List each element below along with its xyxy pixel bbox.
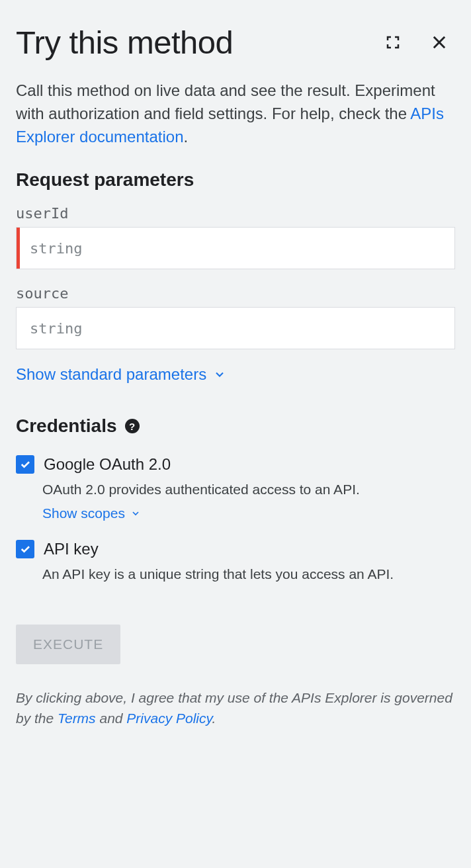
userId-input[interactable] — [17, 228, 454, 269]
show-scopes-label: Show scopes — [42, 505, 125, 521]
cred-apikey: API key An API key is a unique string th… — [16, 540, 455, 582]
userId-label: userId — [16, 205, 455, 222]
cred-apikey-row: API key — [16, 540, 455, 558]
execute-button[interactable]: EXECUTE — [16, 625, 120, 664]
oauth-checkbox[interactable] — [16, 455, 34, 474]
source-label: source — [16, 285, 455, 302]
page-title: Try this method — [16, 24, 233, 61]
show-scopes[interactable]: Show scopes — [42, 505, 455, 521]
field-userId: userId — [16, 205, 455, 269]
header: Try this method — [16, 24, 455, 61]
fullscreen-icon — [385, 34, 401, 50]
close-button[interactable] — [427, 30, 451, 54]
userId-input-wrap — [16, 227, 455, 269]
description-text: Call this method on live data and see th… — [16, 81, 435, 122]
chevron-down-icon — [213, 368, 226, 381]
footer-suffix: . — [212, 711, 216, 726]
credentials-heading-row: Credentials ? — [16, 415, 455, 437]
fullscreen-button[interactable] — [382, 32, 404, 53]
cred-oauth-row: Google OAuth 2.0 — [16, 455, 455, 474]
params-heading: Request parameters — [16, 169, 455, 191]
check-icon — [19, 458, 31, 470]
footer: By clicking above, I agree that my use o… — [16, 688, 455, 728]
source-input-wrap — [16, 307, 455, 349]
oauth-sub: OAuth 2.0 provides authenticated access … — [42, 482, 455, 498]
credentials-heading: Credentials — [16, 415, 117, 437]
description: Call this method on live data and see th… — [16, 79, 455, 148]
apikey-label: API key — [44, 540, 99, 558]
footer-and: and — [96, 711, 127, 726]
chevron-down-icon — [130, 508, 141, 519]
check-icon — [19, 543, 31, 555]
show-standard-params-label: Show standard parameters — [16, 365, 206, 384]
close-icon — [430, 33, 449, 52]
apikey-checkbox[interactable] — [16, 540, 34, 558]
privacy-link[interactable]: Privacy Policy — [126, 711, 212, 726]
source-input[interactable] — [17, 308, 454, 349]
help-icon[interactable]: ? — [125, 419, 140, 433]
terms-link[interactable]: Terms — [58, 711, 96, 726]
oauth-label: Google OAuth 2.0 — [44, 455, 171, 474]
description-suffix: . — [183, 128, 188, 146]
show-standard-params[interactable]: Show standard parameters — [16, 365, 455, 384]
header-actions — [382, 30, 451, 54]
apikey-sub: An API key is a unique string that lets … — [42, 566, 455, 582]
cred-oauth: Google OAuth 2.0 OAuth 2.0 provides auth… — [16, 455, 455, 521]
field-source: source — [16, 285, 455, 349]
